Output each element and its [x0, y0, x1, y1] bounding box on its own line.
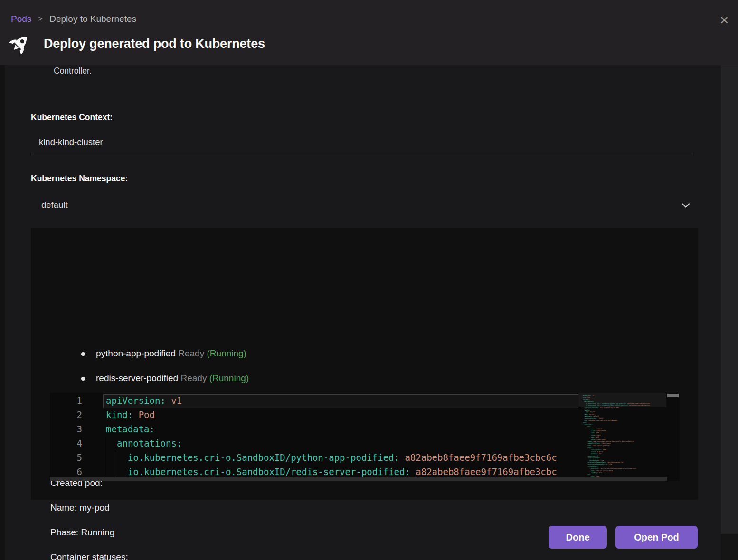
title-row: Deploy generated pod to Kubernetes: [9, 33, 265, 54]
kubernetes-context-label: Kubernetes Context:: [31, 112, 113, 122]
created-pod-panel: Created pod: Name: my-pod Phase: Running…: [31, 228, 698, 500]
open-pod-button[interactable]: Open Pod: [615, 526, 698, 549]
page-scrollbar-thumb[interactable]: [721, 65, 738, 534]
page-scrollbar-track: [721, 534, 738, 560]
kubernetes-namespace-value: default: [41, 200, 68, 210]
code-text: kind: Pod: [106, 410, 155, 420]
bullet-icon: [81, 377, 85, 381]
editor-vertical-scrollbar-thumb[interactable]: [667, 394, 679, 397]
container-name: python-app-podified: [96, 348, 176, 358]
container-state: (Running): [209, 373, 249, 383]
line-number: 6: [50, 467, 82, 477]
container-name: redis-server-podified: [96, 373, 178, 383]
breadcrumb: Pods > Deploy to Kubernetes: [11, 14, 136, 24]
code-text: annotations:: [117, 438, 182, 448]
container-ready: Ready: [178, 348, 204, 358]
line-number: 2: [50, 410, 82, 420]
code-line[interactable]: 5io.kubernetes.cri-o.SandboxID/python-ap…: [50, 451, 578, 465]
kubernetes-context-underline: [31, 154, 693, 154]
code-text: apiVersion: v1: [106, 395, 182, 406]
breadcrumb-separator: >: [38, 14, 43, 24]
close-icon[interactable]: ✕: [717, 13, 731, 28]
chevron-down-icon: [680, 199, 692, 212]
code-line[interactable]: 4annotations:: [50, 437, 578, 451]
page-header: Pods > Deploy to Kubernetes Deploy gener…: [0, 0, 738, 65]
editor-horizontal-scrollbar[interactable]: [50, 477, 667, 481]
editor-minimap[interactable]: apiVersion: v1kind: Podmetadata: annotat…: [578, 393, 666, 481]
kubernetes-namespace-label: Kubernetes Namespace:: [31, 174, 128, 184]
breadcrumb-current: Deploy to Kubernetes: [49, 14, 136, 24]
line-number: 3: [50, 424, 82, 434]
line-number: 1: [50, 395, 82, 406]
done-button[interactable]: Done: [549, 526, 607, 549]
minimap-viewport-indicator: [578, 393, 666, 407]
breadcrumb-pods-link[interactable]: Pods: [11, 14, 31, 24]
bullet-icon: [81, 352, 85, 356]
rocket-icon: [9, 33, 30, 54]
container-state: (Running): [207, 348, 246, 358]
container-statuses-label: Container statuses:: [50, 552, 128, 560]
yaml-code-editor[interactable]: 1apiVersion: v12kind: Pod3metadata:4anno…: [50, 393, 680, 481]
minimap-content: apiVersion: v1kind: Podmetadata: annotat…: [583, 394, 666, 481]
pod-name-line: Name: my-pod: [50, 503, 110, 513]
pod-phase-line: Phase: Running: [50, 527, 114, 538]
code-line[interactable]: 3metadata:: [50, 422, 578, 437]
indent-guide: [115, 451, 115, 465]
code-line[interactable]: 1apiVersion: v1: [50, 394, 578, 408]
deploy-to-kubernetes-page: Pods > Deploy to Kubernetes Deploy gener…: [0, 0, 738, 560]
kubernetes-namespace-select[interactable]: default: [31, 194, 698, 217]
code-text: io.kubernetes.cri-o.SandboxID/python-app…: [128, 452, 557, 463]
container-status-item: python-app-podified Ready (Running): [96, 348, 246, 359]
container-ready: Ready: [180, 373, 207, 383]
container-status-item: redis-server-podified Ready (Running): [96, 373, 249, 383]
code-line[interactable]: 2kind: Pod: [50, 408, 578, 422]
indent-guide: [104, 437, 104, 451]
line-number: 5: [50, 452, 82, 463]
code-text: io.kubernetes.cri-o.SandboxID/redis-serv…: [128, 467, 557, 477]
truncated-description-text: Controller.: [54, 66, 92, 76]
page-title: Deploy generated pod to Kubernetes: [44, 37, 265, 51]
left-gutter: [0, 65, 5, 560]
code-text: metadata:: [106, 424, 155, 434]
line-number: 4: [50, 438, 82, 448]
indent-guide: [104, 451, 104, 465]
kubernetes-context-input[interactable]: kind-kind-cluster: [39, 137, 103, 148]
editor-vertical-scrollbar[interactable]: [666, 393, 680, 481]
